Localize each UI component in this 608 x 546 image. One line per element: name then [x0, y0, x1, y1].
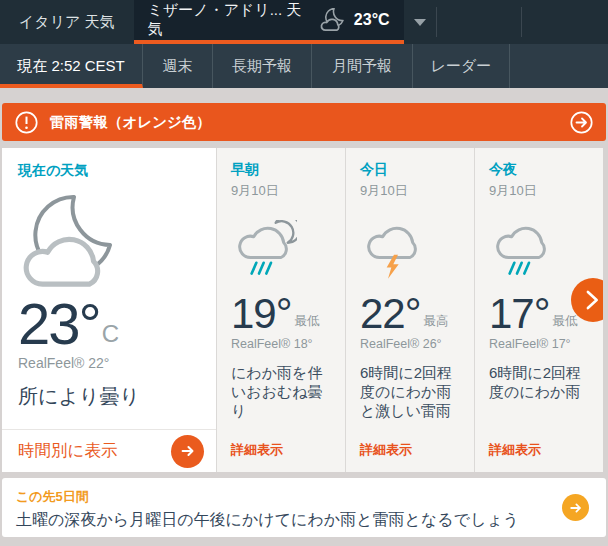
chevron-right-icon [577, 284, 603, 316]
tab-current-label: 現在 2:52 CEST [17, 57, 125, 76]
forecast-realfeel: RealFeel® 18° [231, 337, 333, 351]
forecast-temperature: 17° [489, 294, 550, 334]
forecast-temperature: 22° [360, 294, 421, 334]
five-day-outlook-card[interactable]: この先5日間 土曜の深夜から月曜日の午後にかけてにわか雨と雷雨となるでしょう [2, 478, 606, 537]
tab-monthly-forecast[interactable]: 月間予報 [312, 44, 413, 88]
five-day-arrow-button[interactable] [562, 494, 589, 521]
details-link[interactable]: 詳細表示 [231, 441, 283, 459]
current-temperature: 23° [18, 296, 100, 351]
tab-radar-label: レーダー [431, 57, 492, 76]
alert-text: 雷雨警報（オレンジ色） [50, 113, 211, 132]
location-dropdown-button[interactable] [404, 0, 436, 44]
forecast-date: 9月10日 [231, 182, 333, 200]
chevron-down-icon [414, 19, 426, 26]
current-conditions-title: 現在の天気 [18, 162, 202, 180]
moon-cloud-icon [319, 8, 345, 32]
forecast-temp-qualifier: 最低 [295, 313, 320, 330]
forecast-realfeel: RealFeel® 17° [489, 337, 591, 351]
top-header: イタリア 天気 ミザーノ・アドリ... 天気 23°C [0, 0, 608, 44]
tab-weekend[interactable]: 週末 [143, 44, 213, 88]
forecast-phrase: 6時間に2回程度のにわか雨 [489, 363, 591, 401]
details-link[interactable]: 詳細表示 [360, 441, 412, 459]
header-spacer [437, 0, 521, 44]
storm-alert-banner[interactable]: 雷雨警報（オレンジ色） [2, 103, 606, 141]
forecast-phrase: にわか雨を伴いおおむね曇り [231, 363, 333, 421]
hourly-link-label: 時間別に表示 [18, 440, 117, 462]
hourly-link-row[interactable]: 時間別に表示 [2, 429, 216, 472]
five-day-summary: 土曜の深夜から月曜日の午後にかけてにわか雨と雷雨となるでしょう [16, 510, 542, 531]
arrow-right-circle-icon[interactable] [570, 111, 593, 134]
alert-exclamation-icon [15, 111, 38, 134]
tab-extended-forecast-label: 長期予報 [232, 57, 292, 76]
country-weather-label: イタリア 天気 [19, 13, 115, 32]
forecast-title: 早朝 [231, 161, 333, 179]
tab-extended-forecast[interactable]: 長期予報 [213, 44, 312, 88]
tab-radar[interactable]: レーダー [413, 44, 510, 88]
forecast-nav-tabs: 現在 2:52 CEST 週末 長期予報 月間予報 レーダー [0, 44, 608, 88]
forecast-temp-qualifier: 最低 [553, 313, 578, 330]
forecast-phrase: 6時間に2回程度のにわか雨と激しい雷雨 [360, 363, 462, 421]
tab-weekend-label: 週末 [163, 57, 193, 76]
current-conditions-card: 現在の天気 23° C RealFeel® 22° 所により曇り 時間別に表示 [2, 148, 216, 472]
moon-cloud-icon [20, 194, 202, 292]
weather-panels-row: 現在の天気 23° C RealFeel® 22° 所により曇り 時間別に表示 [2, 148, 603, 472]
location-weather-tab[interactable]: ミザーノ・アドリ... 天気 23°C [134, 0, 404, 44]
cloud-lightning-icon [362, 220, 462, 290]
forecast-card-today: 今日 9月10日 22° 最高 RealFeel® 26° 6時間に2回程度のに… [345, 148, 474, 472]
cloud-rain-icon [491, 220, 591, 290]
forecast-date: 9月10日 [360, 182, 462, 200]
forecast-date: 9月10日 [489, 182, 591, 200]
location-label: ミザーノ・アドリ... 天気 [148, 1, 310, 39]
cloud-moon-rain-icon [233, 220, 333, 290]
current-phrase: 所により曇り [18, 383, 202, 410]
forecast-card-early-morning: 早朝 9月10日 19° 最低 RealFeel® 18° にわか雨を伴いおおむ… [216, 148, 345, 472]
forecast-title: 今日 [360, 161, 462, 179]
temperature-unit: C [102, 320, 119, 348]
divider [521, 7, 522, 37]
five-day-label: この先5日間 [16, 488, 542, 506]
tab-current[interactable]: 現在 2:52 CEST [0, 44, 143, 88]
details-link[interactable]: 詳細表示 [489, 441, 541, 459]
current-realfeel: RealFeel® 22° [18, 355, 202, 371]
country-weather-tab[interactable]: イタリア 天気 [0, 0, 134, 44]
tab-monthly-forecast-label: 月間予報 [332, 57, 392, 76]
forecast-temperature: 19° [231, 294, 292, 334]
location-temperature: 23°C [354, 11, 390, 29]
forecast-realfeel: RealFeel® 26° [360, 337, 462, 351]
forecast-temp-qualifier: 最高 [424, 313, 449, 330]
forecast-title: 今夜 [489, 161, 591, 179]
hourly-arrow-button[interactable] [171, 435, 204, 468]
